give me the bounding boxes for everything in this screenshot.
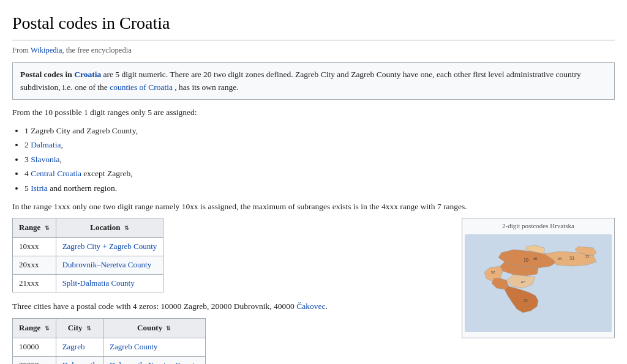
- intro-bold-in: in: [66, 70, 75, 79]
- list-item: 3 Slavonia,: [24, 153, 615, 166]
- slavonia-link[interactable]: Slavonia: [31, 155, 59, 164]
- croatia-map: 10 31 52 47 21 49 35 32: [465, 234, 612, 332]
- counties-link[interactable]: counties of Croatia: [110, 83, 173, 92]
- table2-header-range[interactable]: Range ⇅: [13, 318, 56, 338]
- table1-cell-range: 21xxx: [13, 274, 56, 292]
- sort-icon: ⇅: [166, 324, 171, 333]
- svg-text:10: 10: [524, 258, 528, 263]
- intro-text1: are 5 digit numeric. There are 20 two di…: [20, 70, 581, 92]
- content-right: 2-digit postcodes Hrvatska: [462, 218, 615, 338]
- cell-city: Zagreb: [56, 338, 103, 356]
- map-box: 2-digit postcodes Hrvatska: [462, 218, 615, 338]
- croatia-link[interactable]: Croatia: [74, 70, 101, 79]
- sort-icon: ⇅: [86, 324, 91, 333]
- table1-cell-location: Zagreb City + Zagreb County: [56, 237, 163, 256]
- table1-cell-range: 20xxx: [13, 256, 56, 274]
- svg-text:52: 52: [491, 270, 496, 275]
- zagreb-county-link[interactable]: Zagreb County: [110, 342, 157, 351]
- dubrovnik-neretva-county-link[interactable]: Dubrovnik–Neretva County: [110, 360, 199, 364]
- table-row: 20xxx Dubrovnik–Neretva County: [13, 256, 163, 274]
- cell-county: Dubrovnik–Neretva County: [103, 356, 205, 364]
- dalmatia-link[interactable]: Dalmatia: [31, 140, 61, 149]
- svg-text:49: 49: [533, 256, 538, 261]
- table1: Range ⇅ Location ⇅ 10xxx Zagreb City + Z…: [12, 218, 163, 292]
- wikipedia-link[interactable]: Wikipedia: [31, 46, 62, 54]
- digit-ranges-list: 1 Zagreb City and Zagreb County, 2 Dalma…: [24, 124, 615, 195]
- cakovec-link[interactable]: Čakovec: [296, 302, 325, 311]
- list-item: 4 Central Croatia except Zagreb,: [24, 167, 615, 180]
- content-left: Range ⇅ Location ⇅ 10xxx Zagreb City + Z…: [12, 218, 449, 364]
- list-item: 5 Istria and northern region.: [24, 182, 615, 195]
- dubrovnik-neretva-link[interactable]: Dubrovnik–Neretva County: [62, 260, 152, 269]
- intro-text2: , has its own range.: [175, 83, 238, 92]
- sort-icon: ⇅: [45, 324, 50, 333]
- zagreb-city-county-link[interactable]: Zagreb City + Zagreb County: [62, 242, 157, 251]
- split-dalmatia-link[interactable]: Split-Dalmatia County: [62, 278, 135, 288]
- cell-range: 10000: [13, 338, 56, 356]
- main-layout: Range ⇅ Location ⇅ 10xxx Zagreb City + Z…: [12, 218, 615, 364]
- dubrovnik-link[interactable]: Dubrovnik: [62, 360, 97, 364]
- table1-cell-range: 10xxx: [13, 237, 56, 256]
- table1-cell-location: Dubrovnik–Neretva County: [56, 256, 163, 274]
- cell-county: Zagreb County: [103, 338, 205, 356]
- table1-cell-location: Split-Dalmatia County: [56, 274, 163, 292]
- map-title: 2-digit postcodes Hrvatska: [465, 221, 612, 232]
- svg-text:35: 35: [558, 256, 563, 261]
- table-row: 10000 Zagreb Zagreb County: [13, 338, 206, 356]
- table1-header-location[interactable]: Location ⇅: [56, 218, 163, 238]
- sort-icon: ⇅: [45, 224, 50, 232]
- four-zeros-text: Three cities have a postal code with 4 z…: [12, 300, 449, 313]
- zagreb-link[interactable]: Zagreb: [62, 342, 85, 351]
- cell-city: Dubrovnik: [56, 356, 103, 364]
- page-title: Postal codes in Croatia: [12, 10, 615, 40]
- digit-ranges-intro: From the 10 possible 1 digit ranges only…: [12, 106, 615, 119]
- intro-box: Postal codes in Croatia are 5 digit nume…: [12, 62, 615, 100]
- table-row: 21xxx Split-Dalmatia County: [13, 274, 163, 292]
- central-croatia-link[interactable]: Central Croatia: [31, 169, 81, 178]
- istria-link[interactable]: Istria: [31, 184, 48, 193]
- table-row: 10xxx Zagreb City + Zagreb County: [13, 237, 163, 256]
- table2-header-county[interactable]: County ⇅: [103, 318, 205, 338]
- table2: Range ⇅ City ⇅ County ⇅ 10000 Zagreb Zag…: [12, 318, 206, 364]
- list-item: 1 Zagreb City and Zagreb County,: [24, 124, 615, 138]
- svg-text:21: 21: [524, 298, 529, 303]
- svg-text:47: 47: [521, 280, 526, 284]
- table1-header-range[interactable]: Range ⇅: [13, 218, 56, 238]
- svg-text:32: 32: [585, 254, 590, 259]
- sort-icon: ⇅: [124, 224, 129, 232]
- intro-bold-postal: Postal codes: [20, 70, 63, 79]
- wiki-source: From Wikipedia, the free encyclopedia: [12, 44, 615, 56]
- svg-text:31: 31: [569, 256, 574, 261]
- intro-bold-croatia: Croatia: [74, 70, 101, 79]
- table2-header-city[interactable]: City ⇅: [56, 318, 103, 338]
- list-item: 2 Dalmatia,: [24, 138, 615, 152]
- subranges-text: In the range 1xxx only one two digit ran…: [12, 200, 615, 214]
- cell-range: 20000: [13, 356, 56, 364]
- table-row: 20000 Dubrovnik Dubrovnik–Neretva County: [13, 356, 206, 364]
